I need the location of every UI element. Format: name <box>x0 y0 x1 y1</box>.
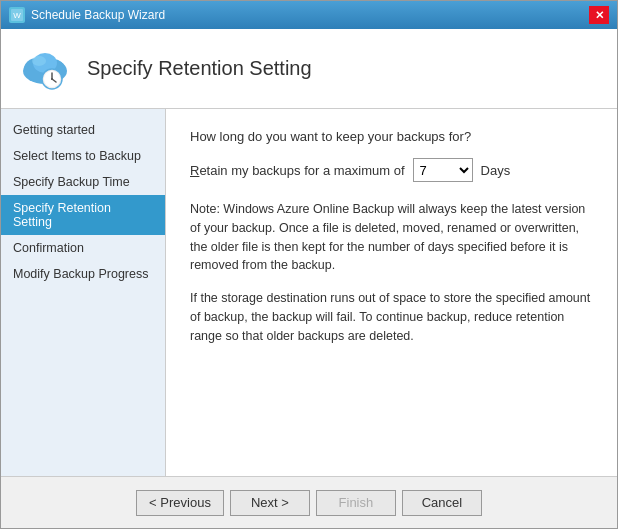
sidebar: Getting started Select Items to Backup S… <box>1 109 166 476</box>
footer: < Previous Next > Finish Cancel <box>1 476 617 528</box>
close-button[interactable]: ✕ <box>589 6 609 24</box>
page-title: Specify Retention Setting <box>87 57 312 80</box>
next-button[interactable]: Next > <box>230 490 310 516</box>
retain-unit: Days <box>481 163 511 178</box>
app-icon: W <box>9 7 25 23</box>
header-band: Specify Retention Setting <box>1 29 617 109</box>
title-bar: W Schedule Backup Wizard ✕ <box>1 1 617 29</box>
window-title: Schedule Backup Wizard <box>31 8 165 22</box>
retain-row: Retain my backups for a maximum of 7 14 … <box>190 158 593 182</box>
sidebar-item-specify-retention[interactable]: Specify Retention Setting <box>1 195 165 235</box>
main-area: Getting started Select Items to Backup S… <box>1 109 617 476</box>
cancel-button[interactable]: Cancel <box>402 490 482 516</box>
sidebar-item-confirmation[interactable]: Confirmation <box>1 235 165 261</box>
header-icon <box>17 41 73 97</box>
retain-days-select[interactable]: 7 14 21 28 30 <box>413 158 473 182</box>
title-bar-left: W Schedule Backup Wizard <box>9 7 165 23</box>
svg-point-11 <box>51 78 53 80</box>
retain-label-text: etain my backups for a maximum of <box>199 163 404 178</box>
sidebar-item-specify-backup-time[interactable]: Specify Backup Time <box>1 169 165 195</box>
sidebar-item-getting-started[interactable]: Getting started <box>1 117 165 143</box>
svg-text:W: W <box>13 11 21 20</box>
previous-button[interactable]: < Previous <box>136 490 224 516</box>
sidebar-item-modify-backup[interactable]: Modify Backup Progress <box>1 261 165 287</box>
retain-label: Retain my backups for a maximum of <box>190 163 405 178</box>
svg-point-6 <box>32 56 46 66</box>
note-text-2: If the storage destination runs out of s… <box>190 289 593 345</box>
content-area: How long do you want to keep your backup… <box>166 109 617 476</box>
note-text-1: Note: Windows Azure Online Backup will a… <box>190 200 593 275</box>
main-window: W Schedule Backup Wizard ✕ <box>0 0 618 529</box>
finish-button[interactable]: Finish <box>316 490 396 516</box>
content-question: How long do you want to keep your backup… <box>190 129 593 144</box>
sidebar-item-select-items[interactable]: Select Items to Backup <box>1 143 165 169</box>
